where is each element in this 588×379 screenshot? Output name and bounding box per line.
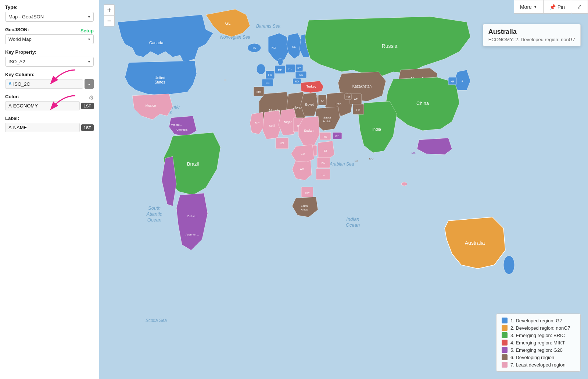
svg-text:KE: KE: [322, 161, 326, 164]
svg-text:RO: RO: [295, 80, 299, 83]
svg-text:Bolivi...: Bolivi...: [187, 215, 197, 218]
svg-text:Ma: Ma: [411, 151, 416, 155]
legend-swatch-6: [502, 354, 508, 360]
legend-item-1: 1. Developed region: G7: [502, 318, 575, 323]
svg-text:Saudi: Saudi: [323, 116, 331, 119]
key-column-minus-button[interactable]: -: [85, 79, 94, 89]
legend-item-7: 7. Least developed region: [502, 362, 575, 368]
legend-swatch-2: [502, 325, 508, 331]
label-1st-tag[interactable]: 1ST: [81, 124, 94, 131]
svg-text:GL: GL: [225, 21, 231, 25]
svg-text:AF: AF: [354, 98, 358, 101]
svg-text:Ocean: Ocean: [346, 222, 360, 228]
gear-icon[interactable]: ⚙: [89, 94, 94, 101]
svg-text:SE: SE: [292, 45, 296, 49]
svg-text:Kazakhstan: Kazakhstan: [352, 84, 372, 88]
setup-link[interactable]: Setup: [80, 28, 94, 33]
legend-swatch-4: [502, 340, 508, 346]
legend-label-7: 7. Least developed region: [510, 362, 566, 368]
svg-text:ES: ES: [266, 81, 270, 85]
label-label: Label:: [5, 116, 94, 121]
label-field-tag: A NAME: [5, 123, 80, 132]
key-column-badge: A ISO_2C: [5, 79, 83, 89]
svg-text:Ocean: Ocean: [147, 217, 161, 223]
legend-label-2: 2. Developed region: nonG7: [510, 325, 570, 331]
color-row: A ECONOMY 1ST: [5, 101, 94, 110]
svg-text:Arabian Sea: Arabian Sea: [329, 162, 354, 167]
svg-text:PK: PK: [356, 108, 361, 111]
svg-text:TZ: TZ: [321, 173, 325, 176]
legend-swatch-7: [502, 362, 508, 368]
svg-text:Colombia: Colombia: [176, 128, 187, 131]
key-property-section: Key Property: ISO_A2: [5, 49, 94, 67]
svg-text:IS: IS: [253, 46, 256, 50]
more-button[interactable]: More ▼: [514, 0, 544, 14]
svg-text:China: China: [416, 100, 429, 106]
legend-label-5: 5. Emerging region: G20: [510, 347, 563, 353]
svg-text:Mali: Mali: [269, 124, 275, 128]
color-field-value: ECONOMY: [13, 103, 38, 109]
legend-label-6: 6. Developing region: [510, 355, 554, 360]
color-label: Color:: [5, 94, 19, 99]
svg-point-20: [257, 64, 265, 74]
pin-icon: 📌: [549, 4, 556, 10]
svg-text:South: South: [148, 205, 161, 211]
svg-text:NG: NG: [280, 142, 284, 145]
svg-text:Venezu...: Venezu...: [171, 124, 182, 126]
geojson-label: GeoJSON:: [5, 27, 29, 32]
key-property-select[interactable]: ISO_A2: [5, 57, 94, 67]
sidebar: Type: Map - GeoJSON GeoJSON: Setup World…: [0, 0, 99, 379]
key-column-label: Key Column:: [5, 72, 94, 77]
key-property-select-wrap[interactable]: ISO_A2: [5, 57, 94, 67]
svg-text:Mexico: Mexico: [146, 104, 156, 107]
svg-text:J: J: [462, 79, 463, 82]
map-area[interactable]: More ▼ 📌 Pin ⤢ + − Australia ECONOMY: 2.…: [99, 0, 588, 379]
svg-text:TM: TM: [346, 96, 350, 98]
svg-text:MV: MV: [369, 157, 374, 161]
map-legend: 1. Developed region: G72. Developed regi…: [496, 314, 581, 372]
svg-text:NO: NO: [272, 46, 276, 49]
svg-text:Australia: Australia: [465, 240, 485, 246]
geojson-select-wrap[interactable]: World Map: [5, 34, 94, 44]
svg-text:PL: PL: [288, 67, 292, 71]
zoom-out-button[interactable]: −: [104, 15, 115, 26]
legend-item-2: 2. Developed region: nonG7: [502, 325, 575, 331]
label-row: A NAME 1ST: [5, 123, 94, 132]
geojson-section: GeoJSON: Setup World Map: [5, 27, 94, 44]
svg-text:KR: KR: [451, 80, 454, 83]
svg-text:States: States: [155, 80, 165, 84]
expand-button[interactable]: ⤢: [571, 0, 588, 14]
legend-label-3: 3. Emerging region: BRIC: [510, 333, 565, 338]
svg-text:ET: ET: [324, 149, 327, 152]
svg-text:Atlantic: Atlantic: [146, 211, 162, 217]
legend-item-5: 5. Emerging region: G20: [502, 347, 575, 353]
type-select[interactable]: Map - GeoJSON: [5, 12, 94, 22]
svg-text:Brazil: Brazil: [187, 161, 199, 167]
top-toolbar: More ▼ 📌 Pin ⤢: [514, 0, 588, 14]
type-select-wrap[interactable]: Map - GeoJSON: [5, 12, 94, 22]
color-1st-tag[interactable]: 1ST: [81, 103, 94, 109]
svg-text:BY: BY: [297, 67, 301, 69]
tooltip-subtitle: ECONOMY: 2. Developed region: nonG7: [488, 37, 575, 42]
label-type-icon: A: [8, 125, 12, 130]
svg-text:Sudan: Sudan: [304, 129, 313, 132]
key-column-row: A ISO_2C -: [5, 79, 94, 89]
legend-swatch-3: [502, 332, 508, 338]
svg-text:Scotia Sea: Scotia Sea: [146, 318, 167, 323]
svg-point-101: [503, 256, 514, 274]
zoom-in-button[interactable]: +: [104, 4, 115, 15]
geojson-select[interactable]: World Map: [5, 34, 94, 44]
svg-text:KY: KY: [335, 135, 339, 138]
svg-text:MA: MA: [257, 90, 261, 93]
svg-text:Barents Sea: Barents Sea: [256, 24, 280, 29]
legend-item-3: 3. Emerging region: BRIC: [502, 332, 575, 338]
legend-item-6: 6. Developing region: [502, 354, 575, 360]
legend-swatch-5: [502, 347, 508, 353]
pin-button[interactable]: 📌 Pin: [544, 0, 571, 14]
legend-label-1: 1. Developed region: G7: [510, 318, 562, 323]
color-type-icon: A: [8, 103, 12, 109]
svg-text:YE: YE: [323, 135, 327, 138]
map-tooltip: Australia ECONOMY: 2. Developed region: …: [483, 24, 581, 46]
key-column-type-icon: A: [8, 81, 12, 86]
svg-text:Africa: Africa: [301, 208, 308, 211]
